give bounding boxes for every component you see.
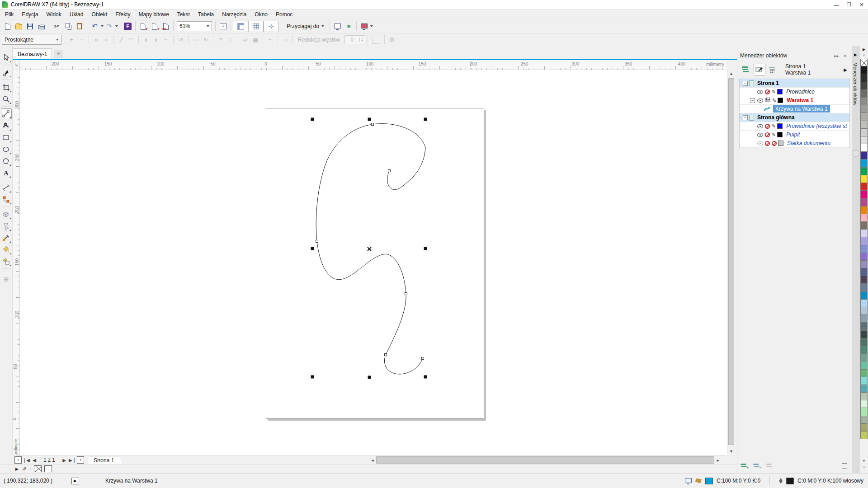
palette-color-swatch[interactable]	[860, 292, 868, 300]
palette-color-swatch[interactable]	[860, 253, 868, 261]
undo-icon[interactable]: ↶	[89, 21, 100, 32]
palette-color-swatch[interactable]	[860, 129, 868, 136]
selection-handle[interactable]	[368, 376, 371, 379]
horizontal-ruler[interactable]: milimetry 200150100500501001502002503003…	[20, 60, 727, 70]
rotate-skew-nodes-icon[interactable]: ↕	[226, 35, 236, 45]
delete-node-icon[interactable]: −	[76, 35, 86, 45]
add-node-icon[interactable]: +	[66, 35, 76, 45]
add-docker-icon[interactable]: +	[853, 150, 859, 157]
palette-expand-icon[interactable]: »	[860, 465, 868, 471]
no-edit-icon[interactable]	[772, 141, 777, 146]
palette-color-swatch[interactable]	[860, 113, 868, 121]
show-object-properties-icon[interactable]	[754, 64, 765, 75]
layer-color-swatch[interactable]	[777, 89, 783, 94]
menu-narzędzia[interactable]: Narzędzia	[218, 10, 250, 19]
new-master-all-pages-icon[interactable]	[766, 462, 775, 470]
palette-scroll-up-icon[interactable]: ▲	[860, 52, 868, 58]
curve-node[interactable]	[372, 123, 374, 126]
polygon-tool[interactable]	[1, 155, 12, 166]
horizontal-scroll-thumb[interactable]	[376, 456, 714, 464]
tree-row[interactable]: −Strona główna	[740, 113, 849, 122]
show-rulers-icon[interactable]	[233, 21, 248, 32]
palette-color-swatch[interactable]	[860, 168, 868, 175]
palette-scroll-left-icon[interactable]: ‹	[30, 466, 31, 471]
menu-mapy-bitowe[interactable]: Mapy bitowe	[134, 10, 173, 19]
show-grid-icon[interactable]	[248, 21, 264, 32]
text-tool[interactable]: A	[1, 167, 12, 178]
docker-vertical-tab[interactable]: Menedżer obiektów	[853, 62, 858, 105]
tree-item-label[interactable]: Strona 1	[757, 80, 779, 86]
layer-color-swatch[interactable]	[777, 123, 783, 129]
center-x-mark[interactable]	[368, 247, 371, 251]
palette-color-swatch[interactable]	[860, 268, 868, 276]
palette-color-swatch[interactable]	[860, 82, 868, 90]
layer-color-swatch[interactable]	[778, 141, 783, 146]
stretch-nodes-icon[interactable]: ≡	[216, 35, 226, 45]
tree-row[interactable]: ✎Prowadnice	[740, 88, 849, 96]
shape-tool[interactable]	[1, 67, 12, 78]
new-tab-button[interactable]: +	[54, 50, 63, 58]
new-layer-icon[interactable]: +	[741, 462, 750, 470]
palette-color-swatch[interactable]	[860, 385, 868, 393]
docker-collapse-icon[interactable]: ▸▸	[832, 53, 841, 58]
freehand-tool[interactable]	[1, 108, 12, 119]
drop-shadow-tool[interactable]	[1, 209, 12, 220]
no-color-swatch[interactable]	[34, 465, 42, 472]
layer-flyout-icon[interactable]: ▶	[844, 67, 849, 72]
palette-color-swatch[interactable]	[860, 245, 868, 253]
tree-item-label[interactable]: Prowadnice (wszystkie st	[786, 123, 847, 129]
palette-color-swatch[interactable]	[860, 370, 868, 377]
menu-efekty[interactable]: Efekty	[111, 10, 134, 19]
no-print-icon[interactable]	[765, 141, 770, 146]
transparency-tool[interactable]	[1, 221, 12, 231]
new-document-icon[interactable]	[2, 21, 13, 32]
no-color-swatch[interactable]	[860, 59, 868, 66]
import-icon[interactable]: ▸	[137, 21, 149, 32]
palette-color-swatch[interactable]	[860, 393, 868, 400]
no-print-icon[interactable]	[765, 132, 770, 137]
curve-node[interactable]	[388, 170, 391, 172]
chevron-down-icon[interactable]	[115, 25, 118, 27]
welcome-screen-icon[interactable]: ≡	[343, 21, 354, 32]
smart-fill-tool[interactable]	[1, 256, 12, 267]
menu-tabela[interactable]: Tabela	[194, 10, 218, 19]
tree-row[interactable]: −Strona 1	[740, 79, 849, 88]
dimension-tool[interactable]	[1, 182, 12, 193]
last-page-icon[interactable]: ▶❘	[69, 456, 76, 464]
pencil-icon[interactable]: ✎	[772, 132, 776, 138]
search-content-icon[interactable]: F	[122, 21, 133, 32]
first-page-icon[interactable]: ❘◀	[23, 456, 30, 464]
connector-tool[interactable]	[1, 194, 12, 205]
close-button[interactable]: ✕	[855, 0, 868, 9]
palette-color-swatch[interactable]	[860, 98, 868, 105]
color-eyedropper-tool[interactable]	[1, 232, 12, 243]
tree-item-label[interactable]: Siatka dokumentu	[787, 140, 830, 146]
palette-color-swatch[interactable]	[860, 400, 868, 408]
next-page-icon[interactable]: ▶	[61, 456, 68, 464]
select-all-nodes-icon[interactable]: ○	[280, 35, 290, 45]
symmetrical-node-icon[interactable]: ~	[161, 35, 171, 45]
selection-handle[interactable]	[311, 247, 314, 250]
page-tab[interactable]: Strona 1	[88, 456, 123, 465]
vertical-ruler[interactable]: milimetry 300250200150100500	[13, 70, 20, 455]
open-icon[interactable]	[13, 21, 24, 32]
scroll-right-icon[interactable]: ▸	[714, 456, 722, 464]
convert-to-curve-icon[interactable]: ◠	[126, 35, 136, 45]
tree-item-label[interactable]: Pulpit	[786, 131, 800, 138]
convert-to-line-icon[interactable]: ╱	[116, 35, 126, 45]
tree-item-label[interactable]: Strona główna	[757, 114, 795, 121]
menu-edycja[interactable]: Edycja	[18, 10, 42, 19]
ruler-origin[interactable]: ⇲	[13, 60, 20, 70]
zoom-level-combo[interactable]: 61%	[177, 21, 212, 31]
maximize-button[interactable]: ❐	[843, 0, 855, 9]
zoom-tool[interactable]	[1, 94, 12, 104]
tree-row[interactable]: −✎Warstwa 1	[740, 96, 849, 105]
full-screen-preview-icon[interactable]: ✛	[217, 21, 229, 32]
menu-plik[interactable]: Plik	[1, 10, 18, 19]
outline-color-swatch[interactable]	[786, 478, 794, 484]
extract-subpath-icon[interactable]: ↻	[201, 35, 211, 45]
pencil-icon[interactable]: ✎	[772, 89, 776, 95]
docker-close-icon[interactable]: ×	[841, 52, 849, 59]
crop-tool[interactable]	[1, 82, 12, 93]
tree-row[interactable]: ✎Pulpit	[740, 131, 849, 139]
